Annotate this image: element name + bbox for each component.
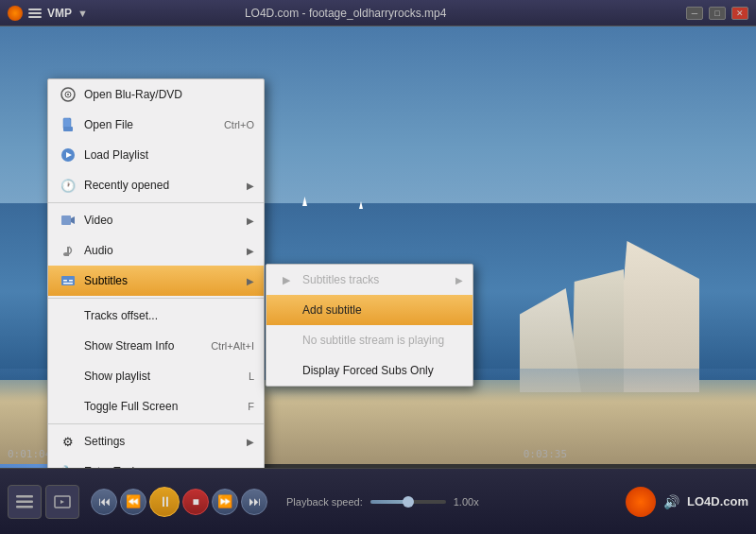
app-icon [8,6,23,21]
rewind-fast-button[interactable]: ⏮ [91,489,117,515]
svg-marker-8 [71,216,75,224]
stop-button[interactable]: ■ [182,489,209,515]
menu-show-playlist[interactable]: Show playlist L [48,361,264,391]
show-playlist-icon [58,366,78,387]
extra-tools-label: Extra Tools [84,465,243,468]
disc-icon [58,84,78,105]
tracks-offset-icon [58,305,78,326]
brand-section: 🔊 LO4D.com [626,487,748,517]
settings-icon: ⚙ [58,431,78,452]
file-icon [58,114,78,135]
load-playlist-icon [58,145,78,165]
open-bluray-label: Open Blu-Ray/DVD [84,88,254,101]
audio-arrow: ▶ [247,246,254,256]
menu-open-file[interactable]: Open File Ctrl+O [48,110,264,140]
open-file-label: Open File [84,118,224,131]
submenu-subtitle-tracks[interactable]: ▶ Subtitles tracks ▶ [266,265,472,295]
show-stream-label: Show Stream Info [84,339,211,353]
toggle-fullscreen-shortcut: F [248,401,254,412]
menu-toggle-fullscreen[interactable]: Toggle Full Screen F [48,391,264,422]
settings-label: Settings [84,435,243,448]
svg-marker-19 [60,500,64,504]
app-dropdown[interactable]: ▼ [77,8,88,19]
menu-recently-opened[interactable]: 🕐 Recently opened ▶ [48,170,264,200]
hamburger-menu-icon[interactable] [28,9,42,18]
maximize-button[interactable]: □ [709,7,726,20]
menu-settings[interactable]: ⚙ Settings ▶ [48,426,264,456]
time-remaining: 0:03:35 [524,448,567,460]
playlist-icon-btn[interactable] [8,485,42,519]
title-bar: VMP ▼ LO4D.com - footage_oldharryrocks.m… [0,0,756,26]
speed-label: Playback speed: [286,496,363,508]
recent-icon: 🕐 [58,175,78,196]
window-title: LO4D.com - footage_oldharryrocks.mp4 [245,7,446,20]
video-arrow: ▶ [247,215,254,226]
subtitles-arrow: ▶ [247,276,254,286]
forward-step-button[interactable]: ⏩ [212,489,238,515]
audio-icon [58,240,78,261]
speed-section: Playback speed: 1.00x [286,496,479,508]
forced-subs-label: Display Forced Subs Only [302,364,463,377]
menu-video[interactable]: Video ▶ [48,205,264,235]
show-stream-icon [58,336,78,356]
speed-slider[interactable] [370,500,446,504]
title-bar-left: VMP ▼ LO4D.com - footage_oldharryrocks.m… [8,6,446,21]
svg-rect-12 [63,280,67,282]
load-playlist-label: Load Playlist [84,148,254,162]
settings-arrow: ▶ [247,437,254,447]
svg-rect-17 [16,506,33,508]
forced-subs-icon [276,360,297,381]
subtitle-tracks-icon: ▶ [276,269,297,290]
submenu-add-subtitle[interactable]: Add subtitle [266,295,472,325]
subtitles-submenu: ▶ Subtitles tracks ▶ Add subtitle No sub… [266,264,473,387]
play-controls: ⏮ ⏪ ⏸ ■ ⏩ ⏭ [91,487,267,517]
subtitle-tracks-arrow: ▶ [455,275,463,285]
show-playlist-shortcut: L [249,370,254,382]
svg-point-2 [67,94,69,95]
close-button[interactable]: ✕ [731,7,748,20]
add-subtitle-icon [276,300,297,320]
rewind-step-button[interactable]: ⏪ [120,489,146,515]
tracks-offset-label: Tracks offset... [84,309,254,322]
recently-opened-label: Recently opened [84,179,243,192]
svg-rect-15 [16,495,33,498]
video-icon [58,210,78,231]
add-subtitle-label: Add subtitle [302,303,463,317]
menu-audio[interactable]: Audio ▶ [48,235,264,266]
svg-rect-13 [69,280,73,282]
show-playlist-label: Show playlist [84,370,249,383]
context-menu: Open Blu-Ray/DVD Open File Ctrl+O Load P… [47,78,265,468]
video-area: 0:01:04 0:03:35 Open Blu-Ray/DVD Open Fi… [0,26,756,468]
fullscreen-icon [58,396,78,417]
divider-1 [48,202,264,203]
no-subtitle-icon [276,330,297,351]
forward-fast-button[interactable]: ⏭ [241,489,267,515]
svg-rect-10 [67,247,69,256]
audio-label: Audio [84,244,243,257]
volume-icon[interactable]: 🔊 [663,494,679,509]
recently-opened-arrow: ▶ [247,181,254,191]
svg-rect-16 [16,500,33,503]
minimize-button[interactable]: ─ [686,7,703,20]
svg-rect-7 [61,215,71,225]
divider-2 [48,298,264,299]
title-bar-buttons: ─ □ ✕ [686,7,748,20]
speed-value: 1.00x [454,496,479,508]
submenu-forced-subs[interactable]: Display Forced Subs Only [266,355,472,386]
no-subtitle-label: No subtitle stream is playing [302,334,463,347]
menu-tracks-offset[interactable]: Tracks offset... [48,301,264,331]
menu-open-bluray[interactable]: Open Blu-Ray/DVD [48,79,264,110]
divider-3 [48,423,264,424]
menu-load-playlist[interactable]: Load Playlist [48,140,264,170]
menu-show-stream[interactable]: Show Stream Info Ctrl+Alt+I [48,331,264,361]
pause-button[interactable]: ⏸ [149,487,180,517]
video-label: Video [84,214,243,227]
menu-subtitles[interactable]: Subtitles ▶ ▶ Subtitles tracks ▶ Add sub… [48,266,264,296]
menu-extra-tools[interactable]: 🔧 Extra Tools ▶ [48,456,264,468]
fullscreen-icon-btn[interactable] [45,485,79,519]
brand-name: LO4D.com [687,494,748,508]
toggle-fullscreen-label: Toggle Full Screen [84,400,248,413]
time-elapsed: 0:01:04 [8,448,51,460]
tools-icon: 🔧 [58,461,78,468]
subtitles-icon [58,270,78,291]
